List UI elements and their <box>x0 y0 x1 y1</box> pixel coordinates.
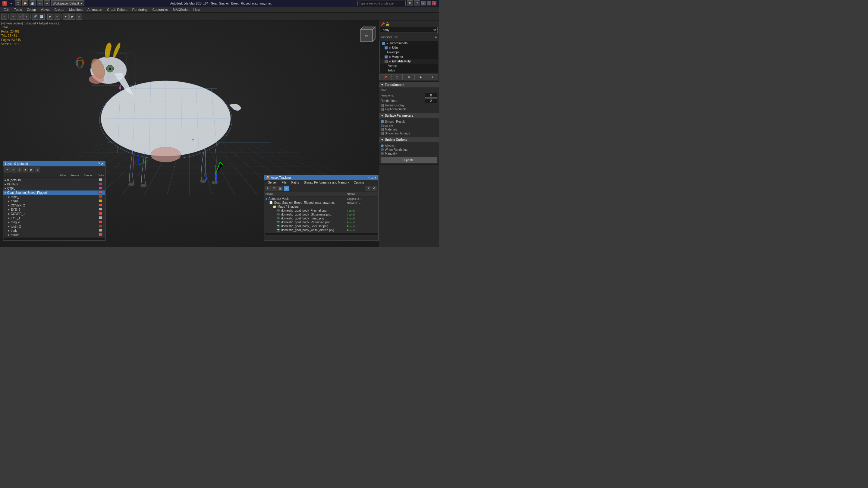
layer-color-swatch[interactable] <box>98 208 102 211</box>
asset-reload-btn[interactable]: ↻ <box>266 186 271 191</box>
layer-row[interactable]: ■ 0 (default) ✓ <box>3 178 105 182</box>
help-icon[interactable]: ? <box>414 0 420 6</box>
asset-list-btn[interactable]: ☰ <box>272 186 277 191</box>
maximize-btn[interactable]: □ <box>427 1 431 5</box>
layer-color-swatch[interactable] <box>98 199 102 202</box>
render-settings-btn[interactable]: ⚙ <box>76 13 82 20</box>
smoothing-groups-checkbox[interactable] <box>381 132 384 135</box>
object-name-dropdown[interactable]: body <box>380 27 438 33</box>
when-rendering-radio[interactable] <box>381 148 384 151</box>
editpoly-checkbox[interactable] <box>384 60 388 63</box>
new-btn[interactable]: ▢ <box>15 0 21 6</box>
render-iters-input[interactable] <box>425 98 437 103</box>
save-btn[interactable]: 💾 <box>30 0 36 6</box>
search-icon[interactable]: 🔍 <box>407 0 413 6</box>
asset-help-btn[interactable]: ? <box>366 186 371 191</box>
menu-customize[interactable]: Customize <box>150 7 170 13</box>
view-cube[interactable]: top <box>358 27 375 44</box>
modifier-skin[interactable]: ■ Skin <box>380 45 438 50</box>
asset-detail-btn[interactable]: ■ <box>284 186 289 191</box>
surface-params-header[interactable]: ▼ Surface Parameters <box>379 113 439 118</box>
asset-minimize-btn[interactable]: − <box>368 176 370 179</box>
menu-edit[interactable]: Edit <box>1 7 12 13</box>
layer-color-swatch[interactable] <box>98 233 102 236</box>
redo-btn[interactable]: ↪ <box>44 0 50 6</box>
asset-row[interactable]: 📷 domestic_goat_body_white_diffuse.png F… <box>264 228 378 232</box>
menu-tools[interactable]: Tools <box>12 7 24 13</box>
modifier-morpher[interactable]: ■ Morpher <box>380 55 438 59</box>
asset-row[interactable]: 📷 domestic_goat_body_Fresnel.png Found <box>264 209 378 213</box>
layer-color-swatch[interactable] <box>98 216 102 219</box>
layer-row[interactable]: ■ tooth_1 <box>3 195 105 199</box>
asset-menu-paths[interactable]: Paths <box>289 180 302 185</box>
modifier-edge[interactable]: Edge <box>380 68 438 73</box>
asset-row[interactable]: 📷 domestic_goat_body_Glossiness.png Foun… <box>264 213 378 216</box>
layer-color-swatch[interactable] <box>98 220 102 223</box>
select-objects-btn[interactable]: ■ <box>23 167 28 173</box>
layer-row[interactable]: ■ mouth <box>3 233 105 237</box>
turbosm-section-header[interactable]: ▼ TurboSmooth <box>379 82 439 87</box>
make-unique-btn[interactable]: ◆ <box>415 74 427 80</box>
menu-help[interactable]: Help <box>191 7 203 13</box>
remove-mod-btn[interactable]: ✕ <box>403 74 414 80</box>
explicit-normals-checkbox[interactable] <box>381 108 384 111</box>
layer-color-swatch[interactable] <box>98 178 102 181</box>
asset-row[interactable]: 📷 domestic_goat_body_nmap.png Found <box>264 216 378 220</box>
layer-color-swatch[interactable] <box>98 212 102 215</box>
asset-row[interactable]: 📷 domestic_goat_body_Specular.png Found <box>264 224 378 228</box>
asset-maximize-btn[interactable]: □ <box>371 176 373 179</box>
asset-menu-server[interactable]: Server <box>266 180 279 185</box>
iterations-input[interactable] <box>425 93 437 98</box>
layer-row[interactable]: ■ COVER_2 <box>3 203 105 207</box>
menu-maxscript[interactable]: MAXScript <box>170 7 191 13</box>
layer-row[interactable]: ■ BONES <box>3 182 105 186</box>
unlink-btn[interactable]: 🔜 <box>38 13 44 20</box>
layer-color-swatch[interactable] <box>98 224 102 227</box>
menu-create[interactable]: Create <box>52 7 67 13</box>
mirror-btn[interactable]: ⇄ <box>47 13 53 20</box>
open-btn[interactable]: 📂 <box>22 0 28 6</box>
layer-row[interactable]: ■ horns <box>3 199 105 203</box>
menu-file-btn[interactable]: ▼ <box>8 2 14 5</box>
layer-row[interactable]: ■ Goat_Saanen_Breed_Rigged <box>3 190 105 195</box>
undo-btn[interactable]: ↩ <box>37 0 43 6</box>
menu-modifiers[interactable]: Modifiers <box>67 7 85 13</box>
asset-scrollbar[interactable] <box>265 233 378 235</box>
workspace-dropdown[interactable]: Workspace: Default ▼ <box>51 0 84 6</box>
delete-layer-btn[interactable]: ✕ <box>10 167 16 173</box>
rotate-btn[interactable]: ↻ <box>17 13 23 20</box>
asset-row[interactable]: 📁 Maps / Shaders <box>264 205 378 209</box>
add-to-layer-btn[interactable]: ⇓ <box>17 167 22 173</box>
update-button[interactable]: Update <box>381 157 437 163</box>
modifier-envelope[interactable]: Envelope <box>380 50 438 55</box>
select-btn[interactable]: → <box>1 13 7 20</box>
layer-row[interactable]: ■ body <box>3 228 105 233</box>
always-radio[interactable] <box>381 144 384 147</box>
layer-row[interactable]: ■ EYE_2 <box>3 207 105 212</box>
asset-close-btn[interactable]: ✕ <box>374 176 376 179</box>
asset-row[interactable]: 📄 Goat_Saanen_Breed_Rigged_max_vray.max … <box>264 201 378 205</box>
asset-menu-options[interactable]: Options <box>351 180 367 185</box>
menu-rendering[interactable]: Rendering <box>130 7 150 13</box>
viewport-3d[interactable]: [+] [Perspective] [ Shaded + Edged Faces… <box>0 21 378 247</box>
close-btn[interactable]: ✕ <box>432 1 436 5</box>
menu-animation[interactable]: Animation <box>85 7 104 13</box>
asset-menu-file[interactable]: File <box>279 180 289 185</box>
highlight-layer-btn[interactable]: ▶ <box>29 167 34 173</box>
layer-row[interactable]: ■ EYE_1 <box>3 216 105 220</box>
modifier-vertex[interactable]: Vertex <box>380 64 438 68</box>
material-editor-btn[interactable]: ■ <box>63 13 69 20</box>
show-result-btn[interactable]: ▢ <box>391 74 403 80</box>
update-options-header[interactable]: ▼ Update Options <box>379 137 439 142</box>
expand-all-btn[interactable]: ↕ <box>35 167 40 173</box>
skin-checkbox[interactable] <box>384 47 388 50</box>
menu-views[interactable]: Views <box>38 7 52 13</box>
layer-row[interactable]: ■ COVER_1 <box>3 212 105 216</box>
layer-color-swatch[interactable] <box>98 229 102 232</box>
search-input[interactable] <box>358 1 406 6</box>
modifier-editable-poly[interactable]: ■ Editable Poly <box>380 59 438 64</box>
layer-color-swatch[interactable] <box>98 187 102 190</box>
layers-help-btn[interactable]: ? <box>98 162 100 165</box>
move-btn[interactable]: ⌖ <box>10 13 16 20</box>
align-btn[interactable]: ≡ <box>54 13 60 20</box>
